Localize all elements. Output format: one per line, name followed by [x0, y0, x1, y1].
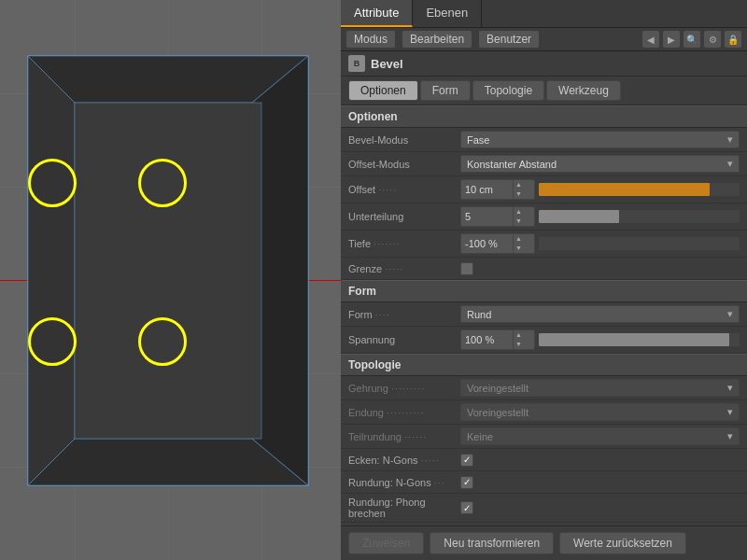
- slider-tiefe[interactable]: [539, 237, 740, 250]
- num-field-spannung[interactable]: ▲ ▼: [460, 329, 535, 350]
- slider-fill-offset: [539, 183, 710, 196]
- settings-icon[interactable]: ⚙: [704, 31, 721, 48]
- num-arrows-unterteilung: ▲ ▼: [513, 207, 524, 226]
- circle-tl: [28, 159, 77, 207]
- dropdown-offset-modus[interactable]: Konstanter Abstand: [460, 155, 740, 173]
- num-input-unterteilung[interactable]: [461, 209, 513, 224]
- value-tiefe: ▲ ▼: [460, 233, 740, 254]
- num-up-spannung[interactable]: ▲: [514, 330, 524, 340]
- prop-row-gehrung: Gehrung ········· Voreingestellt: [341, 376, 747, 400]
- prop-row-form: Form ···· Rund: [341, 302, 747, 327]
- slider-fill-unterteilung: [539, 210, 619, 223]
- value-teilrundung: Keine: [460, 427, 740, 445]
- viewport: [0, 0, 341, 560]
- zuweisen-button[interactable]: Zuweisen: [348, 532, 424, 554]
- slider-unterteilung[interactable]: [539, 210, 740, 223]
- prop-row-bevel-modus: Bevel-Modus Fase: [341, 128, 747, 152]
- checkbox-rundung-phong[interactable]: ✓: [460, 501, 473, 514]
- num-down-tiefe[interactable]: ▼: [514, 244, 524, 253]
- value-offset-modus: Konstanter Abstand: [460, 155, 740, 173]
- group-header-form: Form: [341, 280, 747, 302]
- num-arrows-spannung: ▲ ▼: [513, 330, 524, 349]
- label-rundung-ngons: Rundung: N-Gons ···: [348, 477, 460, 488]
- prop-row-teilrundung: Teilrundung ······ Keine: [341, 425, 747, 449]
- sub-tab-optionen[interactable]: Optionen: [348, 80, 418, 101]
- toolbar-benutzer-btn[interactable]: Benutzer: [479, 31, 539, 48]
- value-spannung: ▲ ▼: [460, 329, 740, 350]
- section-title: Bevel: [371, 57, 403, 71]
- value-gehrung: Voreingestellt: [460, 379, 740, 397]
- checkbox-ecken-ngons[interactable]: ✓: [460, 454, 473, 467]
- num-field-unterteilung[interactable]: ▲ ▼: [460, 206, 535, 227]
- dropdown-teilrundung: Keine: [460, 427, 740, 445]
- tab-attribute[interactable]: Attribute: [341, 0, 413, 27]
- value-unterteilung: ▲ ▼: [460, 206, 740, 227]
- num-down-offset[interactable]: ▼: [514, 189, 524, 199]
- circle-br: [138, 317, 187, 366]
- label-form: Form ····: [348, 309, 460, 320]
- prop-row-spannung: Spannung ▲ ▼: [341, 327, 747, 354]
- toolbar: Modus Bearbeiten Benutzer ◀ ▶ 🔍 ⚙ 🔒: [341, 28, 747, 51]
- label-ecken-ngons: Ecken: N-Gons ·····: [348, 455, 460, 466]
- num-field-tiefe[interactable]: ▲ ▼: [460, 233, 535, 254]
- slider-spannung[interactable]: [539, 333, 740, 346]
- prop-row-rundung-phong: Rundung: Phong brechen ✓: [341, 494, 747, 523]
- group-header-optionen: Optionen: [341, 105, 747, 128]
- label-rundung-phong: Rundung: Phong brechen: [348, 497, 460, 519]
- value-ecken-ngons: ✓: [460, 454, 740, 467]
- prop-row-unterteilung: Unterteilung ▲ ▼: [341, 203, 747, 231]
- checkbox-rundung-ngons[interactable]: ✓: [460, 476, 473, 489]
- dropdown-form-value: Rund: [467, 309, 491, 320]
- werte-zuruecksetzen-button[interactable]: Werte zurücksetzen: [559, 532, 686, 554]
- prop-row-offset: Offset ····· ▲ ▼: [341, 176, 747, 203]
- num-input-tiefe[interactable]: [461, 236, 513, 251]
- svg-rect-6: [75, 103, 261, 439]
- back-icon[interactable]: ◀: [642, 31, 659, 48]
- label-bevel-modus: Bevel-Modus: [348, 134, 460, 146]
- label-offset-modus: Offset-Modus: [348, 159, 460, 170]
- num-down-spannung[interactable]: ▼: [514, 340, 524, 349]
- svg-marker-4: [28, 56, 75, 485]
- bevel-icon: B: [348, 55, 365, 72]
- dropdown-form[interactable]: Rund: [460, 305, 740, 323]
- value-endung: Voreingestellt: [460, 403, 740, 421]
- num-field-offset[interactable]: ▲ ▼: [460, 179, 535, 200]
- label-offset: Offset ·····: [348, 184, 460, 195]
- dropdown-gehrung: Voreingestellt: [460, 379, 740, 397]
- slider-offset[interactable]: [539, 183, 740, 196]
- dropdown-bevel-modus[interactable]: Fase: [460, 131, 740, 148]
- checkbox-grenze[interactable]: [460, 262, 473, 275]
- sub-tab-werkzeug[interactable]: Werkzeug: [546, 80, 621, 101]
- sub-tab-form[interactable]: Form: [420, 80, 471, 101]
- properties-area: Optionen Bevel-Modus Fase Offset-Modus K…: [341, 105, 747, 525]
- section-title-bar: B Bevel: [341, 51, 747, 77]
- neu-transformieren-button[interactable]: Neu transformieren: [430, 532, 554, 554]
- value-rundung-ngons: ✓: [460, 476, 740, 489]
- search-icon[interactable]: 🔍: [684, 31, 700, 48]
- num-up-unterteilung[interactable]: ▲: [514, 207, 524, 217]
- value-rundung-phong: ✓: [460, 501, 740, 514]
- num-input-offset[interactable]: [461, 182, 513, 197]
- prop-row-grenze: Grenze ·····: [341, 258, 747, 280]
- dropdown-endung: Voreingestellt: [460, 403, 740, 421]
- lock-icon[interactable]: 🔒: [725, 31, 741, 48]
- circle-bl: [28, 317, 77, 366]
- dropdown-endung-value: Voreingestellt: [467, 407, 529, 418]
- prop-row-offset-modus: Offset-Modus Konstanter Abstand: [341, 152, 747, 176]
- bevel-object: [19, 47, 317, 495]
- label-endung: Endung ··········: [348, 407, 460, 418]
- prop-row-endung: Endung ·········· Voreingestellt: [341, 400, 747, 425]
- toolbar-modus-btn[interactable]: Modus: [346, 31, 395, 48]
- num-down-unterteilung[interactable]: ▼: [514, 217, 524, 226]
- toolbar-bearbeiten-btn[interactable]: Bearbeiten: [402, 31, 472, 48]
- tab-ebenen[interactable]: Ebenen: [413, 0, 482, 27]
- num-up-tiefe[interactable]: ▲: [514, 234, 524, 244]
- num-arrows-tiefe: ▲ ▼: [513, 234, 524, 253]
- num-up-offset[interactable]: ▲: [514, 180, 524, 189]
- num-input-spannung[interactable]: [461, 332, 513, 347]
- bottom-bar: Zuweisen Neu transformieren Werte zurück…: [341, 525, 747, 560]
- forward-icon[interactable]: ▶: [663, 31, 680, 48]
- label-gehrung: Gehrung ·········: [348, 383, 460, 394]
- slider-fill-spannung: [539, 333, 729, 346]
- sub-tab-topologie[interactable]: Topologie: [472, 80, 544, 101]
